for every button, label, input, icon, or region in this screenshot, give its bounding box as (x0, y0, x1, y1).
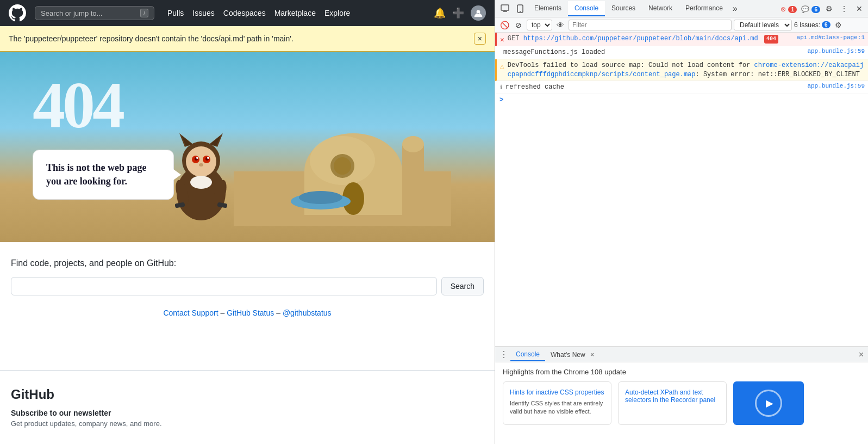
nav-link-explore[interactable]: Explore (324, 9, 350, 17)
404-code-text: 404 (33, 68, 122, 143)
devtools-toolbar2: 🚫 ⊘ top 👁 Default levels 6 Issues: 6 ⚙ (495, 17, 868, 33)
bottom-panel-close-icon[interactable]: × (857, 350, 866, 360)
separator1: – (220, 309, 227, 317)
console-filter-icon[interactable]: ⊘ (513, 19, 524, 31)
github-nav-right: 🔔 ➕ (434, 5, 486, 21)
search-row: Search (11, 277, 484, 295)
close-devtools-icon[interactable]: ✕ (853, 2, 866, 15)
filter-input[interactable] (569, 20, 732, 30)
svg-point-6 (186, 146, 216, 177)
devtools-tabbar: Elements Console Sources Network Perform… (495, 0, 868, 17)
play-icon: ▶ (766, 397, 773, 409)
settings-gear-icon[interactable]: ⚙ (833, 19, 845, 31)
error-source-url[interactable]: api.md#class-page:1 (797, 34, 865, 41)
play-button-circle: ▶ (755, 390, 782, 417)
alert-close-button[interactable]: × (474, 33, 486, 45)
nav-link-issues[interactable]: Issues (192, 9, 214, 17)
github-navbar: Search or jump to... / Pulls Issues Code… (0, 0, 495, 26)
svg-point-29 (299, 191, 342, 204)
mobile-icon[interactable] (513, 1, 528, 16)
github-search[interactable]: Search or jump to... / (35, 6, 154, 20)
card-title-2[interactable]: Auto-detect XPath and text selectors in … (625, 388, 720, 404)
error-icon: ✕ (500, 35, 504, 44)
find-code-text: Find code, projects, and people on GitHu… (11, 258, 484, 268)
error-url-link[interactable]: https://github.com/puppeteer/puppeteer/b… (523, 35, 758, 42)
bottom-panel-content: Highlights from the Chrome 108 update Hi… (495, 362, 868, 444)
console-row-info1: messageFunctions.js loaded app.bundle.js… (495, 46, 868, 59)
levels-selector[interactable]: Default levels (734, 20, 792, 30)
clear-console-icon[interactable]: 🚫 (498, 19, 510, 31)
bottom-tab-console[interactable]: Console (510, 348, 545, 361)
svg-rect-30 (501, 5, 509, 10)
console-prompt[interactable]: > (495, 94, 868, 106)
error-count: 1 (788, 6, 797, 13)
404-bubble-text: This is not the web page you are looking… (46, 161, 160, 188)
tab-network[interactable]: Network (642, 1, 679, 16)
github-search-button[interactable]: Search (441, 277, 484, 295)
card-inactive-css: Hints for inactive CSS properties Identi… (503, 381, 611, 425)
bottom-menu-icon[interactable]: ⋮ (497, 349, 510, 360)
context-selector[interactable]: top (527, 20, 552, 30)
console-row-error: ✕ GET https://github.com/puppeteer/puppe… (495, 33, 868, 46)
nav-link-codespaces[interactable]: Codespaces (223, 9, 266, 17)
bottom-tabbar: ⋮ Console What's New × × (495, 347, 868, 362)
404-illustration-area: 404 This is not the web page you are loo… (0, 52, 495, 242)
inspect-icon[interactable] (497, 1, 513, 16)
tab-console[interactable]: Console (568, 1, 605, 16)
contact-support-link[interactable]: Contact Support (163, 309, 218, 317)
github-footer-logo: GitHub (11, 387, 484, 402)
devtools-console-output: ✕ GET https://github.com/puppeteer/puppe… (495, 33, 868, 346)
warning-icon: ⚠ (500, 62, 504, 71)
github-footer-links: Contact Support – GitHub Status – @githu… (11, 309, 484, 317)
card-desc-1: Identify CSS styles that are entirely va… (510, 399, 604, 416)
whats-new-cards: Hints for inactive CSS properties Identi… (503, 381, 860, 425)
nav-link-marketplace[interactable]: Marketplace (274, 9, 316, 17)
whats-new-video-thumbnail[interactable]: ▶ (733, 381, 804, 425)
plus-icon[interactable]: ➕ (452, 7, 464, 19)
error-badge: ⊗ 1 (780, 4, 797, 14)
alert-text: The 'puppeteer/puppeteer' repository doe… (9, 34, 294, 43)
console-row-warning: ⚠ DevTools failed to load source map: Co… (495, 59, 868, 82)
notifications-icon[interactable]: 🔔 (434, 7, 446, 19)
card-title-1[interactable]: Hints for inactive CSS properties (510, 388, 604, 396)
bottom-tab-whats-new: What's New × (545, 349, 600, 361)
issues-badge: 6 Issues: 6 (794, 21, 830, 29)
github-footer: GitHub Subscribe to our newsletter Get p… (0, 370, 495, 444)
subscribe-desc: Get product updates, company news, and m… (11, 420, 484, 428)
subscribe-title: Subscribe to our newsletter (11, 409, 484, 417)
warning-ext-link[interactable]: chrome-extension://eakacpaijcpapndcfffdg… (508, 61, 864, 78)
svg-rect-24 (402, 144, 424, 209)
svg-point-27 (334, 157, 351, 175)
issues-count: 6 (822, 21, 830, 28)
github-search-input[interactable] (11, 277, 437, 295)
tab-sources[interactable]: Sources (605, 1, 642, 16)
twitter-link[interactable]: @githubstatus (283, 309, 332, 317)
nav-link-pulls[interactable]: Pulls (167, 9, 184, 17)
tab-performance[interactable]: Performance (679, 1, 729, 16)
whats-new-label[interactable]: What's New (551, 351, 585, 359)
tab-elements[interactable]: Elements (528, 1, 568, 16)
error-404-badge: 404 (764, 35, 778, 44)
more-tabs-button[interactable]: » (729, 4, 741, 14)
github-logo-icon[interactable] (9, 4, 26, 22)
github-404-content: Find code, projects, and people on GitHu… (0, 242, 495, 370)
info-source-url2[interactable]: app.bundle.js:59 (807, 83, 865, 89)
svg-point-11 (196, 157, 198, 159)
desert-background-svg (234, 73, 451, 226)
get-label: GET (508, 35, 523, 42)
github-nav-links: Pulls Issues Codespaces Marketplace Expl… (167, 9, 350, 17)
whats-new-close-icon[interactable]: × (590, 351, 594, 359)
svg-point-13 (199, 163, 203, 166)
settings-icon[interactable]: ⚙ (822, 2, 835, 15)
more-options-icon[interactable]: ⋮ (838, 2, 851, 15)
octocat-figure (168, 122, 234, 220)
info-icon2: ℹ (500, 84, 502, 91)
warning-text: DevTools failed to load source map: Coul… (508, 61, 864, 78)
user-avatar[interactable] (471, 5, 486, 21)
eye-icon[interactable]: 👁 (554, 19, 566, 31)
issues-label: 6 Issues: (794, 21, 820, 29)
svg-point-12 (207, 157, 209, 159)
github-status-link[interactable]: GitHub Status (227, 309, 274, 317)
info-source-url1[interactable]: app.bundle.js:59 (807, 48, 865, 54)
search-placeholder-text: Search or jump to... (41, 9, 136, 17)
